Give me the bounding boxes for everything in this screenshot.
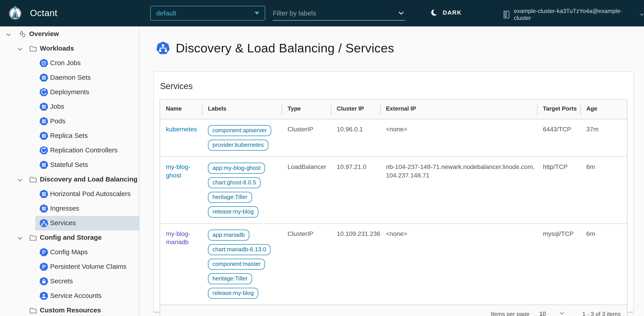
sidebar-item-label: Discovery and Load Balancing bbox=[40, 175, 138, 183]
sidebar-item-label: Deployments bbox=[50, 88, 89, 96]
sidebar-item-services[interactable]: Services bbox=[0, 216, 139, 230]
chevron-down-icon[interactable] bbox=[18, 235, 23, 240]
external-ip-cell: <none> bbox=[380, 119, 537, 156]
octant-logo-icon bbox=[7, 5, 24, 22]
label-chip[interactable]: app:mariadb bbox=[208, 230, 249, 241]
sidebar-item-jobs[interactable]: Jobs bbox=[0, 100, 139, 114]
folder-icon bbox=[28, 175, 38, 184]
sidebar-item-label: Replica Sets bbox=[50, 132, 88, 139]
label-chip[interactable]: chart:ghost-8.0.5 bbox=[208, 177, 260, 188]
column-header-cluster-ip: Cluster IP bbox=[331, 100, 380, 119]
name-cell: my-blog-mariadb bbox=[160, 224, 202, 304]
octant-app: Octant default Filter by labels DARK exa… bbox=[0, 0, 644, 316]
objects-icon bbox=[18, 30, 27, 39]
chevron-down-icon[interactable] bbox=[6, 31, 11, 37]
sidebar-item-pods[interactable]: Pods bbox=[0, 114, 139, 129]
table-footer: Items per page 10 1 - 3 of 3 items bbox=[160, 304, 627, 316]
label-chip[interactable]: component:master bbox=[208, 259, 265, 270]
chevron-down-icon bbox=[398, 10, 405, 16]
theme-label: DARK bbox=[443, 9, 462, 16]
name-cell: my-blog-ghost bbox=[160, 157, 202, 223]
column-header-target-ports: Target Ports bbox=[537, 100, 580, 119]
service-icon bbox=[39, 219, 48, 228]
sidebar-item-label: Stateful Sets bbox=[50, 161, 88, 169]
job-icon bbox=[39, 102, 48, 111]
label-chip[interactable]: release:my-blog bbox=[208, 288, 258, 299]
sidebar-item-daemon-sets[interactable]: Daemon Sets bbox=[0, 71, 139, 85]
sidebar-item-label: Ingresses bbox=[50, 205, 79, 212]
sidebar-item-replication-controllers[interactable]: Replication Controllers bbox=[0, 143, 139, 158]
service-link-my-blog-mariadb[interactable]: my-blog-mariadb bbox=[166, 230, 190, 246]
daemon-set-icon bbox=[39, 73, 48, 82]
external-ip-line: 104.237.148.71 bbox=[386, 171, 534, 180]
context-value: example-cluster-ka3TuTzYo4a@example-clus… bbox=[514, 8, 635, 22]
service-link-my-blog-ghost[interactable]: my-blog-ghost bbox=[166, 163, 190, 179]
namespace-select[interactable]: default bbox=[150, 6, 265, 21]
secret-icon bbox=[39, 277, 48, 286]
sidebar-item-config-and-storage[interactable]: Config and Storage bbox=[0, 230, 139, 245]
type-cell: ClusterIP bbox=[282, 119, 331, 156]
services-table: NameLabelsTypeCluster IPExternal IPTarge… bbox=[160, 99, 628, 316]
context-selector[interactable]: example-cluster-ka3TuTzYo4a@example-clus… bbox=[503, 8, 644, 22]
service-account-icon bbox=[39, 291, 48, 300]
deployment-icon bbox=[39, 88, 48, 97]
items-per-page-select[interactable]: 10 bbox=[539, 308, 564, 316]
sidebar-item-label: Horizontal Pod Autoscalers bbox=[50, 190, 130, 198]
sidebar-item-config-maps[interactable]: Config Maps bbox=[0, 245, 139, 260]
folder-icon bbox=[28, 233, 38, 242]
pod-icon bbox=[39, 117, 48, 126]
age-cell: 37m bbox=[580, 119, 627, 156]
column-header-labels: Labels bbox=[202, 100, 282, 119]
labels-cell: app:my-blog-ghostchart:ghost-8.0.5herita… bbox=[202, 157, 282, 223]
chevron-down-icon[interactable] bbox=[18, 177, 23, 182]
sidebar-item-horizontal-pod-autoscalers[interactable]: Horizontal Pod Autoscalers bbox=[0, 187, 139, 201]
target-ports-cell: http/TCP bbox=[537, 157, 580, 223]
sidebar-nav: OverviewWorkloadsCron JobsDaemon SetsDep… bbox=[0, 27, 140, 316]
sidebar-item-overview[interactable]: Overview bbox=[0, 27, 139, 41]
sidebar-item-custom-resources[interactable]: Custom Resources bbox=[0, 303, 139, 316]
cluster-ip-cell: 10.97.21.0 bbox=[331, 157, 380, 223]
sidebar-item-cron-jobs[interactable]: Cron Jobs bbox=[0, 56, 139, 71]
app-header: Octant default Filter by labels DARK exa… bbox=[0, 0, 644, 27]
sidebar-item-persistent-volume-claims[interactable]: Persistent Volume Claims bbox=[0, 260, 139, 274]
type-cell: ClusterIP bbox=[282, 224, 331, 304]
service-link-kubernetes[interactable]: kubernetes bbox=[166, 126, 197, 133]
label-chip[interactable]: release:my-blog bbox=[208, 206, 258, 217]
label-filter-input[interactable]: Filter by labels bbox=[273, 6, 405, 21]
name-cell: kubernetes bbox=[160, 119, 202, 156]
table-body: kubernetescomponent:apiserverprovider:ku… bbox=[160, 119, 627, 304]
sidebar-item-label: Pods bbox=[50, 117, 65, 125]
labels-cell: component:apiserverprovider:kubernetes bbox=[202, 119, 282, 156]
cluster-ip-cell: 10.109.231.236 bbox=[331, 224, 380, 304]
sidebar-item-workloads[interactable]: Workloads bbox=[0, 41, 139, 56]
sidebar-item-label: Secrets bbox=[50, 277, 73, 285]
config-map-icon bbox=[39, 248, 48, 257]
sidebar-item-discovery-and-load-balancing[interactable]: Discovery and Load Balancing bbox=[0, 172, 139, 187]
sidebar-item-stateful-sets[interactable]: Stateful Sets bbox=[0, 158, 139, 172]
label-chip[interactable]: component:apiserver bbox=[208, 125, 271, 136]
chevron-down-icon[interactable] bbox=[18, 46, 23, 51]
label-chip[interactable]: provider:kubernetes bbox=[208, 140, 268, 151]
replica-set-icon bbox=[39, 131, 48, 140]
external-ip-cell: nb-104-237-148-71.newark.nodebalancer.li… bbox=[380, 157, 537, 223]
label-chip[interactable]: heritage:Tiller bbox=[208, 192, 252, 203]
label-chip[interactable]: chart:mariadb-6.13.0 bbox=[208, 244, 270, 255]
sidebar-item-replica-sets[interactable]: Replica Sets bbox=[0, 129, 139, 143]
sidebar-item-label: Config and Storage bbox=[40, 234, 102, 241]
label-chip[interactable]: heritage:Tiller bbox=[208, 273, 252, 284]
sidebar-item-secrets[interactable]: Secrets bbox=[0, 274, 139, 289]
sidebar-item-ingresses[interactable]: Ingresses bbox=[0, 201, 139, 216]
sidebar-item-service-accounts[interactable]: Service Accounts bbox=[0, 289, 139, 303]
filter-placeholder: Filter by labels bbox=[273, 10, 316, 17]
items-per-page-value: 10 bbox=[539, 310, 546, 316]
sidebar-item-deployments[interactable]: Deployments bbox=[0, 85, 139, 100]
column-header-type: Type bbox=[282, 100, 331, 119]
page-title: Discovery & Load Balancing / Services bbox=[156, 41, 394, 55]
cron-job-icon bbox=[39, 59, 48, 68]
external-ip-line: nb-104-237-148-71.newark.nodebalancer.li… bbox=[386, 163, 534, 171]
theme-toggle-button[interactable]: DARK bbox=[430, 8, 462, 17]
pagination-range: 1 - 3 of 3 items bbox=[582, 311, 621, 316]
label-chip[interactable]: app:my-blog-ghost bbox=[208, 163, 265, 174]
sidebar-item-label: Config Maps bbox=[50, 248, 88, 256]
target-ports-cell: 6443/TCP bbox=[537, 119, 580, 156]
